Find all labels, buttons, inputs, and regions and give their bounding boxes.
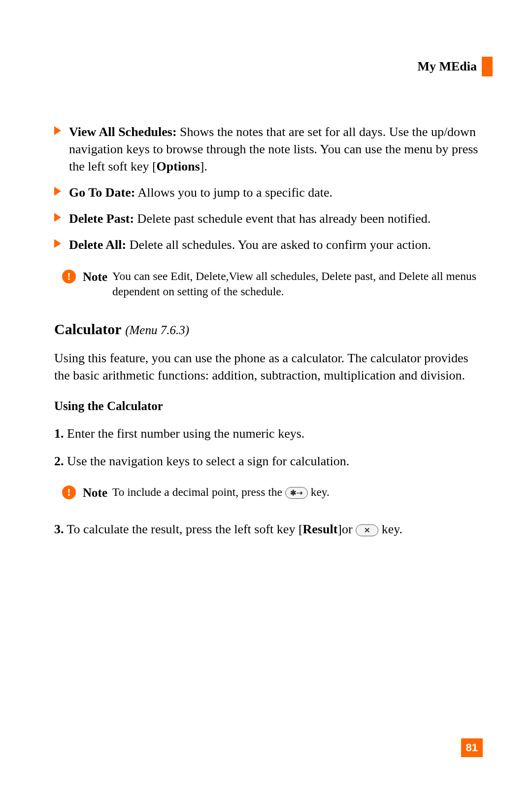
bullet-delete-past: Delete Past: Delete past schedule event … bbox=[54, 210, 480, 227]
note-label: Note bbox=[83, 485, 107, 501]
star-key-icon: ✱⇢ bbox=[285, 487, 308, 499]
inline-bold: Options bbox=[157, 159, 200, 174]
bullet-go-to-date: Go To Date: Allows you to jump to a spec… bbox=[54, 184, 480, 201]
arrow-right-icon bbox=[54, 239, 61, 248]
step-number: 1. bbox=[54, 426, 64, 441]
exclamation-icon: ! bbox=[62, 270, 76, 283]
bullet-title: Delete All: bbox=[69, 238, 126, 252]
page-number: 81 bbox=[461, 738, 483, 757]
page-header: My MEdia bbox=[417, 57, 493, 76]
step-text: Use the navigation keys to select a sign… bbox=[64, 454, 350, 468]
arrow-right-icon bbox=[54, 126, 61, 135]
note-text: To include a decimal point, press the ✱⇢… bbox=[112, 485, 480, 500]
step-1: 1. Enter the first number using the nume… bbox=[54, 425, 480, 442]
step-text: Enter the first number using the numeric… bbox=[64, 426, 305, 441]
manual-page: My MEdia View All Schedules: Shows the n… bbox=[0, 0, 532, 799]
note-text: You can see Edit, Delete,View all schedu… bbox=[112, 269, 480, 300]
arrow-right-icon bbox=[54, 187, 61, 196]
x-key-icon: ✕ bbox=[356, 524, 378, 536]
step-text-post: key. bbox=[378, 522, 402, 536]
menu-reference: (Menu 7.6.3) bbox=[125, 323, 189, 337]
bullet-text: Delete all schedules. You are asked to c… bbox=[126, 238, 431, 252]
note-pre: To include a decimal point, press the bbox=[112, 486, 285, 498]
note-box-1: ! Note You can see Edit, Delete,View all… bbox=[62, 269, 480, 300]
bullet-text: Delete past schedule event that has alre… bbox=[134, 211, 431, 226]
section-heading-calculator: Calculator (Menu 7.6.3) bbox=[54, 319, 480, 340]
arrow-right-icon bbox=[54, 213, 61, 222]
note-post: key. bbox=[308, 486, 330, 498]
bullet-delete-all: Delete All: Delete all schedules. You ar… bbox=[54, 236, 480, 253]
step-text-pre: To calculate the result, press the left … bbox=[64, 522, 303, 536]
exclamation-icon: ! bbox=[62, 486, 76, 499]
bullet-view-all-schedules: View All Schedules: Shows the notes that… bbox=[54, 123, 480, 175]
step-number: 2. bbox=[54, 454, 64, 468]
step-bold: Result bbox=[303, 522, 338, 536]
bullet-title: Go To Date: bbox=[69, 185, 135, 200]
section-heading-title: Calculator bbox=[54, 321, 122, 337]
step-text-mid: ]or bbox=[337, 522, 356, 536]
bullet-text: Allows you to jump to a specific date. bbox=[135, 185, 332, 200]
step-number: 3. bbox=[54, 522, 64, 536]
page-content: View All Schedules: Shows the notes that… bbox=[54, 123, 480, 538]
header-accent-block bbox=[482, 57, 493, 76]
note-label: Note bbox=[83, 269, 107, 285]
sub-heading-using-calculator: Using the Calculator bbox=[54, 398, 480, 415]
note-box-2: ! Note To include a decimal point, press… bbox=[62, 485, 480, 501]
bullet-title: Delete Past: bbox=[69, 211, 134, 226]
section-paragraph: Using this feature, you can use the phon… bbox=[54, 349, 480, 384]
header-title: My MEdia bbox=[417, 59, 477, 74]
bullet-title: View All Schedules: bbox=[69, 125, 177, 139]
bullet-text-after: ]. bbox=[200, 159, 207, 174]
step-3: 3. To calculate the result, press the le… bbox=[54, 521, 480, 538]
step-2: 2. Use the navigation keys to select a s… bbox=[54, 452, 480, 470]
